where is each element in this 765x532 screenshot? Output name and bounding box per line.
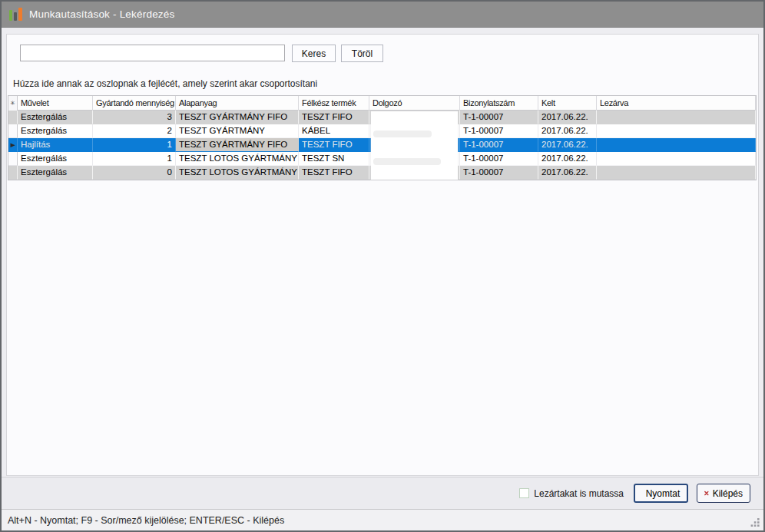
column-header[interactable]: Alapanyag	[176, 96, 299, 111]
grid-cell[interactable]: 2017.06.22.	[538, 111, 597, 124]
show-closed-checkbox[interactable]	[519, 488, 529, 498]
column-header[interactable]: Félkész termék	[299, 96, 369, 111]
row-indicator-cell[interactable]	[8, 166, 18, 180]
status-text: Alt+N - Nyomtat; F9 - Sor/mező kijelölés…	[8, 515, 284, 526]
grid-cell[interactable]	[597, 124, 756, 138]
grid-cell[interactable]: Esztergálás	[18, 152, 93, 166]
grid-cell[interactable]: TESZT SN	[299, 152, 369, 166]
row-indicator-cell[interactable]: ▶	[8, 138, 18, 152]
grid-cell[interactable]: T-1-00007	[460, 166, 538, 180]
row-indicator-cell[interactable]	[8, 111, 18, 124]
grid-cell[interactable]: KÁBEL	[299, 124, 369, 138]
grid-cell[interactable]: 1	[93, 138, 176, 152]
row-indicator-cell[interactable]	[8, 152, 18, 166]
grid-cell[interactable]: 0	[93, 166, 176, 180]
grid-cell[interactable]: T-1-00007	[460, 152, 538, 166]
row-indicator-asterisk-icon: ✳	[10, 101, 15, 107]
grid-cell[interactable]: TESZT GYÁRTMÁNY	[176, 124, 299, 138]
column-header[interactable]: Dolgozó	[369, 96, 460, 111]
grid-cell[interactable]: 2017.06.22.	[538, 124, 597, 138]
grid-cell[interactable]: TESZT FIFO	[299, 111, 369, 124]
grid-cell[interactable]: T-1-00007	[460, 124, 538, 138]
status-bar: Alt+N - Nyomtat; F9 - Sor/mező kijelölés…	[2, 509, 763, 530]
grid-cell[interactable]	[597, 166, 756, 180]
grid-header: ✳ MűveletGyártandó mennyiségAlapanyagFél…	[8, 95, 756, 111]
grid-cell[interactable]: TESZT LOTOS GYÁRTMÁNY	[176, 152, 299, 166]
clear-button[interactable]: Töröl	[341, 45, 383, 62]
search-button[interactable]: Keres	[292, 45, 336, 62]
grid-cell[interactable]: Esztergálás	[18, 111, 93, 124]
show-closed-label: Lezártakat is mutassa	[534, 488, 624, 499]
grid-cell[interactable]: 2	[93, 124, 176, 138]
exit-button-label: Kilépés	[713, 488, 743, 499]
print-button[interactable]: Nyomtat	[634, 484, 688, 503]
column-header[interactable]: Lezárva	[597, 96, 756, 111]
titlebar: Munkautasítások - Lekérdezés	[2, 2, 763, 28]
grid-cell[interactable]	[597, 152, 756, 166]
column-header[interactable]: Kelt	[538, 96, 597, 111]
redacted-text	[373, 158, 441, 165]
grid-cell[interactable]: 1	[93, 152, 176, 166]
row-indicator-cell[interactable]	[8, 124, 18, 138]
main-panel: Keres Töröl Húzza ide annak az oszlopnak…	[6, 34, 759, 476]
current-row-arrow-icon: ▶	[10, 142, 15, 147]
row-indicator-header: ✳	[8, 96, 18, 111]
search-input[interactable]	[20, 45, 285, 61]
print-button-label: Nyomtat	[646, 488, 681, 499]
grid-cell[interactable]: TESZT FIFO	[299, 166, 369, 180]
window-title: Munkautasítások - Lekérdezés	[29, 8, 174, 20]
grid-cell[interactable]: Esztergálás	[18, 166, 93, 180]
app-window: Munkautasítások - Lekérdezés Keres Töröl…	[0, 0, 765, 532]
grid-cell[interactable]	[597, 138, 756, 152]
column-header[interactable]: Gyártandó mennyiség	[93, 96, 176, 111]
show-closed-checkbox-group: Lezártakat is mutassa	[519, 488, 624, 499]
column-header[interactable]: Művelet	[18, 96, 93, 111]
grid-cell[interactable]: Hajlítás	[18, 138, 93, 152]
grid-cell[interactable]: T-1-00007	[460, 138, 538, 152]
grid-cell[interactable]: 2017.06.22.	[538, 138, 597, 152]
grid-cell[interactable]: TESZT GYÁRTMÁNY FIFO	[176, 111, 299, 124]
library-books-icon	[8, 7, 23, 21]
grid-cell[interactable]	[597, 111, 756, 124]
grid-cell[interactable]: T-1-00007	[460, 111, 538, 124]
dolgozo-editor-popup[interactable]	[371, 111, 458, 180]
column-header[interactable]: Bizonylatszám	[460, 96, 538, 111]
grid-cell[interactable]: 3	[93, 111, 176, 124]
resize-grip-icon[interactable]	[750, 517, 760, 527]
grid-cell[interactable]: TESZT FIFO	[299, 138, 369, 152]
grid-cell[interactable]: TESZT GYÁRTMÁNY FIFO	[176, 138, 299, 152]
group-by-hint: Húzza ide annak az oszlopnak a fejlécét,…	[13, 78, 317, 89]
grid-cell[interactable]: 2017.06.22.	[538, 166, 597, 180]
close-x-icon	[704, 488, 709, 498]
grid-cell[interactable]: Esztergálás	[18, 124, 93, 138]
exit-button[interactable]: Kilépés	[697, 484, 750, 503]
grid-cell[interactable]: 2017.06.22.	[538, 152, 597, 166]
bottom-bar: Lezártakat is mutassa Nyomtat Kilépés	[2, 477, 763, 509]
grid-cell[interactable]: TESZT LOTOS GYÁRTMÁNY	[176, 166, 299, 180]
redacted-text	[373, 131, 432, 137]
